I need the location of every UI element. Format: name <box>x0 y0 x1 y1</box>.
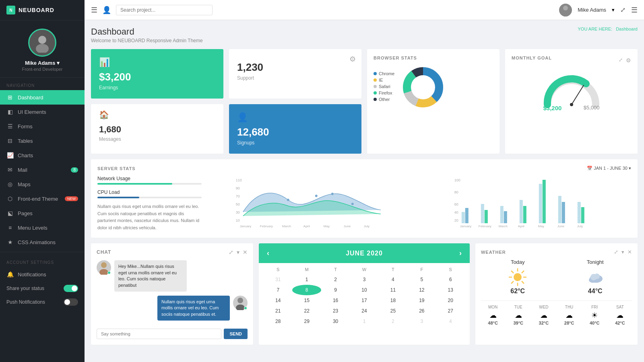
cal-day-1-next[interactable]: 1 <box>350 316 378 327</box>
sidebar-item-label: Forms <box>18 123 33 130</box>
cal-day-3[interactable]: 3 <box>350 274 378 285</box>
sidebar-role: Front-end Developer <box>22 67 63 72</box>
share-status-toggle[interactable] <box>64 285 78 292</box>
cal-day-11[interactable]: 11 <box>379 285 407 295</box>
date-range[interactable]: 📅 JAN 1 - JUNE 30 ▾ <box>587 166 631 171</box>
sidebar-item-tables[interactable]: ⊟ Tables <box>0 134 85 148</box>
cal-day-28[interactable]: 28 <box>264 316 292 327</box>
cal-day-5[interactable]: 5 <box>407 274 436 285</box>
chat-message-outgoing: Nullam quis risus eget urna mollis ornar… <box>97 296 248 321</box>
cal-day-4[interactable]: 4 <box>379 274 407 285</box>
bottom-row: CHAT ⤢ ▾ ✕ Hey Mike...Nullam quis <box>91 243 638 345</box>
cal-day-31-prev[interactable]: 31 <box>264 274 292 285</box>
goal-gear-icon[interactable]: ⚙ <box>626 57 631 64</box>
push-notifications-toggle[interactable] <box>64 298 78 306</box>
chat-close-icon[interactable]: ✕ <box>243 249 248 255</box>
cal-day-17[interactable]: 17 <box>350 295 378 306</box>
cal-day-16[interactable]: 16 <box>321 295 350 306</box>
sidebar-item-notifications[interactable]: 🔔 Notifications <box>0 267 85 282</box>
cal-day-18[interactable]: 18 <box>379 295 407 306</box>
sidebar-username[interactable]: Mike Adams ▾ <box>25 60 60 66</box>
topbar-menu-icon[interactable]: ☰ <box>631 6 638 14</box>
svg-point-57 <box>99 269 108 275</box>
cal-day-8-today[interactable]: 8 <box>292 285 321 295</box>
cal-day-10[interactable]: 10 <box>350 285 378 295</box>
svg-text:80: 80 <box>454 190 458 194</box>
svg-text:50: 50 <box>236 202 240 206</box>
sidebar-profile: Mike Adams ▾ Front-end Developer <box>0 21 85 78</box>
sidebar-item-dashboard[interactable]: ⊞ Dashboard <box>0 90 85 105</box>
svg-rect-41 <box>520 200 523 223</box>
calendar-body: S M T W T F S 31 1 2 3 4 <box>259 263 470 331</box>
cal-day-15[interactable]: 15 <box>292 295 321 306</box>
topbar-dropdown-arrow[interactable]: ▾ <box>612 7 615 13</box>
sidebar-item-mail[interactable]: ✉ Mail 8 <box>0 162 85 177</box>
sidebar-item-frontend-theme[interactable]: ⬡ Front-end Theme NEW <box>0 191 85 206</box>
svg-text:June: June <box>557 224 565 228</box>
chat-avatar-outgoing <box>233 296 248 310</box>
sidebar-item-css-animations[interactable]: ★ CSS Animations <box>0 235 85 249</box>
cal-day-9[interactable]: 9 <box>321 285 350 295</box>
cal-day-13[interactable]: 13 <box>436 285 465 295</box>
cal-day-7[interactable]: 7 <box>264 285 292 295</box>
network-progress-bg <box>97 183 202 185</box>
cal-day-1[interactable]: 1 <box>292 274 321 285</box>
forecast-wed-label: WED <box>539 305 548 309</box>
sidebar-item-ui-elements[interactable]: ◧ UI Elements <box>0 105 85 119</box>
hamburger-icon[interactable]: ☰ <box>91 6 97 14</box>
cal-prev-button[interactable]: ‹ <box>267 249 269 257</box>
cal-day-23[interactable]: 23 <box>321 306 350 316</box>
cal-day-2-next[interactable]: 2 <box>379 316 407 327</box>
forecast-sat: SAT ☁ 42°C <box>608 305 632 325</box>
cal-next-button[interactable]: › <box>459 249 462 257</box>
cal-day-29[interactable]: 29 <box>292 316 321 327</box>
cal-day-6[interactable]: 6 <box>436 274 465 285</box>
cal-day-14[interactable]: 14 <box>264 295 292 306</box>
charts-icon: 📈 <box>6 152 14 158</box>
weather-expand-icon[interactable]: ⤢ <box>614 249 618 255</box>
sidebar-item-menu-levels[interactable]: ≡ Menu Levels <box>0 220 85 235</box>
search-input[interactable] <box>116 5 213 15</box>
cal-day-21[interactable]: 21 <box>264 306 292 316</box>
cal-day-12[interactable]: 12 <box>407 285 436 295</box>
logo-text: NEUBOARD <box>19 7 54 13</box>
sidebar-item-maps[interactable]: ◎ Maps <box>0 177 85 191</box>
forecast-tue-label: TUE <box>514 305 522 309</box>
support-value: 1,230 <box>237 61 353 74</box>
cal-day-19[interactable]: 19 <box>407 295 436 306</box>
forecast-tue: TUE ☁ 39°C <box>506 305 530 325</box>
logo-icon: N <box>6 6 15 14</box>
cal-day-25[interactable]: 25 <box>379 306 407 316</box>
weather-header: WEATHER ⤢ ▾ ✕ <box>481 249 632 255</box>
cal-day-22[interactable]: 22 <box>292 306 321 316</box>
person-icon[interactable]: 👤 <box>102 6 111 14</box>
expand-icon[interactable]: ⤢ <box>620 6 625 14</box>
cal-day-2[interactable]: 2 <box>321 274 350 285</box>
sidebar-item-forms[interactable]: ☰ Forms <box>0 119 85 134</box>
monthly-goal-title: MONTHLY GOAL <box>512 56 552 60</box>
cal-day-27[interactable]: 27 <box>436 306 465 316</box>
cal-day-30[interactable]: 30 <box>321 316 350 327</box>
cloud-icon <box>585 267 606 288</box>
chat-minimize-icon[interactable]: ▾ <box>237 249 239 255</box>
cal-day-24[interactable]: 24 <box>350 306 378 316</box>
forecast-thu-icon: ☁ <box>566 311 573 320</box>
sidebar-item-pages[interactable]: ⬕ Pages <box>0 206 85 220</box>
svg-line-65 <box>511 271 514 273</box>
cal-day-26[interactable]: 26 <box>407 306 436 316</box>
weather-close-icon[interactable]: ✕ <box>627 249 632 255</box>
chat-expand-icon[interactable]: ⤢ <box>229 249 233 255</box>
cal-day-4-next[interactable]: 4 <box>436 316 465 327</box>
goal-expand-icon[interactable]: ⤢ <box>619 57 623 64</box>
weather-minimize-icon[interactable]: ▾ <box>621 249 624 255</box>
cal-day-3-next[interactable]: 3 <box>407 316 436 327</box>
svg-text:110: 110 <box>236 178 242 182</box>
server-stats-card: SERVER STATS 📅 JAN 1 - JUNE 30 ▾ Network… <box>91 159 638 238</box>
chat-send-button[interactable]: SEND <box>224 329 248 339</box>
weather-title: WEATHER <box>481 250 506 255</box>
chat-message-incoming: Hey Mike...Nullam quis risus eget urna m… <box>97 260 248 292</box>
sidebar-item-charts[interactable]: 📈 Charts <box>0 148 85 162</box>
svg-point-59 <box>236 304 245 310</box>
chat-input[interactable] <box>97 329 221 339</box>
cal-day-20[interactable]: 20 <box>436 295 465 306</box>
